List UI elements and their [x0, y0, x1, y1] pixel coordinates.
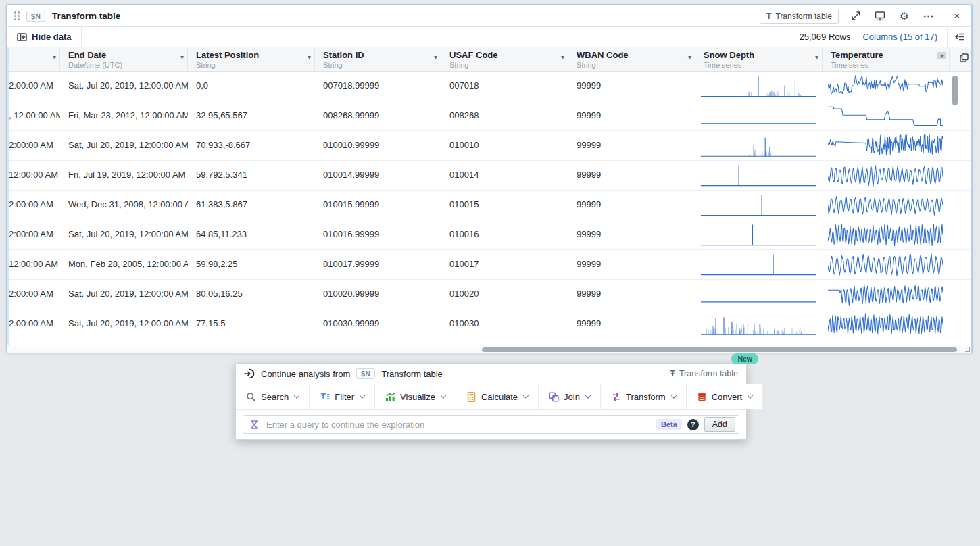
- table-cell[interactable]: 59.98,2.25: [188, 250, 315, 279]
- table-cell[interactable]: 99999: [568, 191, 695, 220]
- table-cell[interactable]: 59.792,5.341: [188, 161, 315, 190]
- table-cell[interactable]: 2:00:00 AM: [7, 191, 60, 220]
- tool-calculate-button[interactable]: Calculate: [456, 384, 539, 409]
- table-cell[interactable]: 2:00:00 AM: [7, 280, 60, 309]
- table-cell[interactable]: 99999: [568, 131, 695, 160]
- table-cell[interactable]: 2:00:00 AM: [7, 131, 60, 160]
- snow-depth-sparkline-cell[interactable]: [695, 220, 823, 249]
- column-menu-caret-icon[interactable]: ▾: [561, 53, 564, 61]
- horizontal-scrollbar-track[interactable]: [7, 345, 971, 353]
- columns-link[interactable]: Columns (15 of 17): [862, 32, 937, 42]
- table-cell[interactable]: Sat, Jul 20, 2019, 12:00:00 AM: [60, 131, 188, 160]
- tool-transform-button[interactable]: Transform: [601, 384, 687, 409]
- tool-visualize-button[interactable]: Visualize: [375, 384, 456, 409]
- table-row[interactable]: 12:00:00 AMMon, Feb 28, 2005, 12:00:00 A…: [7, 250, 971, 280]
- table-cell[interactable]: 010017.99999: [315, 250, 441, 279]
- temperature-sparkline-cell[interactable]: [823, 101, 950, 130]
- column-menu-caret-icon[interactable]: ▾: [308, 53, 311, 61]
- table-cell[interactable]: 2:00:00 AM: [7, 309, 60, 339]
- table-row[interactable]: [7, 339, 971, 344]
- column-header-clipped[interactable]: ▾: [7, 47, 60, 71]
- table-cell[interactable]: 77,15.5: [188, 309, 315, 339]
- table-cell[interactable]: Sat, Jul 20, 2019, 12:00:00 AM: [60, 280, 188, 309]
- table-cell[interactable]: 12:00:00 AM: [7, 161, 60, 190]
- resize-handle[interactable]: [965, 347, 970, 352]
- table-cell[interactable]: 99999: [568, 309, 695, 339]
- table-cell[interactable]: 008268.99999: [315, 101, 441, 130]
- table-cell[interactable]: [441, 339, 568, 344]
- table-cell[interactable]: Sat, Jul 20, 2019, 12:00:00 AM: [60, 220, 188, 249]
- table-cell[interactable]: 008268: [441, 101, 568, 130]
- maximize-icon[interactable]: [848, 9, 863, 24]
- snow-depth-sparkline-cell[interactable]: [695, 101, 823, 130]
- table-cell[interactable]: 010017: [441, 250, 568, 279]
- drag-handle-icon[interactable]: [14, 11, 20, 20]
- snow-depth-sparkline-cell[interactable]: [695, 191, 823, 220]
- tool-convert-button[interactable]: Convert: [687, 384, 764, 409]
- temperature-sparkline-cell[interactable]: [823, 220, 950, 249]
- tool-filter-button[interactable]: Filter: [310, 384, 375, 409]
- table-cell[interactable]: 99999: [568, 101, 695, 130]
- table-row[interactable]: , 12:00:00 AMFri, Mar 23, 2012, 12:00:00…: [7, 101, 971, 131]
- table-row[interactable]: 2:00:00 AMSat, Jul 20, 2019, 12:00:00 AM…: [7, 280, 971, 309]
- close-icon[interactable]: ×: [950, 9, 964, 24]
- table-cell[interactable]: [568, 339, 695, 344]
- temperature-sparkline-cell[interactable]: [823, 339, 950, 344]
- column-menu-caret-icon[interactable]: ▾: [180, 53, 184, 61]
- table-cell[interactable]: 010020: [441, 280, 568, 309]
- column-menu-caret-icon[interactable]: ▾: [434, 53, 437, 61]
- temperature-sparkline-cell[interactable]: [823, 161, 950, 190]
- panel-source-link[interactable]: Ŧ Transform table: [670, 369, 738, 378]
- table-cell[interactable]: 010030.99999: [315, 309, 441, 339]
- temperature-sparkline-cell[interactable]: [823, 191, 950, 220]
- presentation-icon[interactable]: [873, 9, 887, 24]
- snow-depth-sparkline-cell[interactable]: [695, 309, 823, 339]
- table-cell[interactable]: 010014: [441, 161, 568, 190]
- transform-table-button[interactable]: Ŧ Transform table: [760, 9, 839, 24]
- table-cell[interactable]: [7, 339, 60, 344]
- table-cell[interactable]: 99999: [568, 280, 695, 309]
- table-row[interactable]: 12:00:00 AMFri, Jul 19, 2019, 12:00:00 A…: [7, 161, 971, 191]
- table-cell[interactable]: Mon, Feb 28, 2005, 12:00:00 AM: [60, 250, 188, 279]
- table-cell[interactable]: 007018.99999: [315, 72, 441, 101]
- snow-depth-sparkline-cell[interactable]: [695, 339, 823, 344]
- column-header-usaf-code[interactable]: USAF Code String ▾: [441, 47, 568, 71]
- table-cell[interactable]: 007018: [441, 72, 568, 101]
- table-row[interactable]: 2:00:00 AMSat, Jul 20, 2019, 12:00:00 AM…: [7, 220, 971, 250]
- table-cell[interactable]: [60, 339, 188, 344]
- table-row[interactable]: 2:00:00 AMSat, Jul 20, 2019, 12:00:00 AM…: [7, 72, 971, 101]
- temperature-sparkline-cell[interactable]: [823, 309, 950, 339]
- table-cell[interactable]: 010010.99999: [315, 131, 441, 160]
- table-cell[interactable]: 70.933,-8.667: [188, 131, 315, 160]
- table-cell[interactable]: 2:00:00 AM: [7, 220, 60, 249]
- table-row[interactable]: 2:00:00 AMWed, Dec 31, 2008, 12:00:00 AM…: [7, 191, 971, 220]
- temperature-sparkline-cell[interactable]: [823, 72, 950, 101]
- table-cell[interactable]: Fri, Jul 19, 2019, 12:00:00 AM: [60, 161, 188, 190]
- table-cell[interactable]: 010030: [441, 309, 568, 339]
- tool-search-button[interactable]: Search: [236, 384, 310, 409]
- table-cell[interactable]: 99999: [568, 161, 695, 190]
- add-button[interactable]: Add: [704, 417, 735, 432]
- snow-depth-sparkline-cell[interactable]: [695, 72, 823, 101]
- table-row[interactable]: 2:00:00 AMSat, Jul 20, 2019, 12:00:00 AM…: [7, 131, 971, 161]
- table-cell[interactable]: , 12:00:00 AM: [7, 101, 60, 130]
- column-header-end-date[interactable]: End Date Date/time (UTC) ▾: [60, 47, 188, 71]
- column-header-temperature[interactable]: Temperature Time series ▾: [823, 47, 950, 71]
- tool-join-button[interactable]: Join: [539, 384, 601, 409]
- table-cell[interactable]: [188, 339, 315, 344]
- table-cell[interactable]: 010016: [441, 220, 568, 249]
- table-cell[interactable]: 32.95,65.567: [188, 101, 315, 130]
- column-menu-caret-icon[interactable]: ▾: [815, 53, 818, 61]
- table-cell[interactable]: [315, 339, 441, 344]
- table-cell[interactable]: Fri, Mar 23, 2012, 12:00:00 AM: [60, 101, 188, 130]
- column-header-station-id[interactable]: Station ID String ▾: [315, 47, 441, 71]
- table-cell[interactable]: 99999: [568, 220, 695, 249]
- temperature-sparkline-cell[interactable]: [823, 131, 950, 160]
- table-cell[interactable]: Wed, Dec 31, 2008, 12:00:00 AM: [60, 191, 188, 220]
- column-header-wban-code[interactable]: WBAN Code String ▾: [568, 47, 695, 71]
- snow-depth-sparkline-cell[interactable]: [695, 250, 823, 279]
- column-header-latest-position[interactable]: Latest Position String ▾: [188, 47, 315, 71]
- horizontal-scrollbar-thumb[interactable]: [482, 347, 957, 352]
- table-cell[interactable]: 12:00:00 AM: [7, 250, 60, 279]
- column-header-snow-depth[interactable]: Snow Depth Time series ▾: [695, 47, 823, 71]
